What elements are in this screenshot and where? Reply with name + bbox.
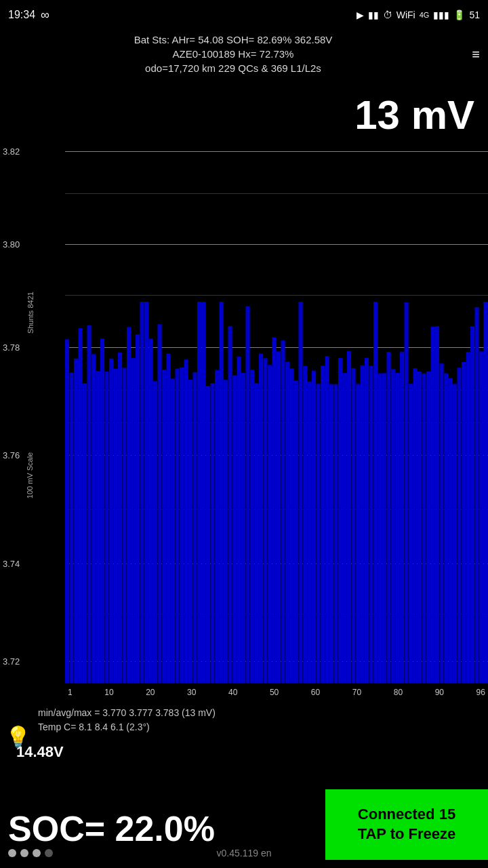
y-label-378: 3.78: [3, 342, 20, 353]
svg-rect-0: [65, 339, 69, 683]
x-label-10: 10: [104, 688, 113, 697]
svg-rect-34: [215, 370, 219, 683]
svg-rect-82: [426, 372, 430, 683]
soc-label: SOC= 22.0%: [8, 811, 325, 846]
svg-rect-27: [184, 359, 188, 683]
svg-rect-89: [458, 368, 462, 683]
y-label-372: 3.72: [3, 656, 20, 667]
bluetooth-icon: ▶: [357, 9, 364, 20]
y-label-382: 3.82: [3, 146, 20, 157]
svg-rect-65: [352, 368, 356, 683]
menu-icon[interactable]: ≡: [472, 45, 480, 64]
scale-label: 100 mV Scale: [26, 452, 34, 498]
svg-rect-72: [382, 373, 386, 683]
svg-rect-40: [241, 373, 245, 683]
svg-rect-39: [237, 357, 241, 683]
svg-rect-45: [264, 358, 268, 683]
svg-rect-20: [153, 381, 157, 683]
svg-rect-73: [387, 352, 391, 683]
svg-rect-37: [228, 326, 232, 683]
svg-rect-75: [396, 373, 400, 683]
svg-rect-67: [361, 366, 365, 683]
svg-rect-74: [391, 369, 395, 683]
clock-icon: ⏱: [383, 9, 392, 20]
x-label-96: 96: [476, 688, 485, 697]
svg-rect-4: [83, 383, 87, 683]
svg-rect-18: [144, 302, 148, 683]
lte-icon: 4G: [420, 11, 430, 19]
svg-rect-2: [74, 359, 78, 683]
svg-rect-83: [431, 327, 435, 683]
time-display: 19:34: [8, 9, 35, 21]
header-bar: Bat Sts: AHr= 54.08 SOH= 82.69% 362.58V …: [0, 30, 488, 78]
svg-rect-5: [87, 326, 92, 683]
network-icon: ▮▮▮: [433, 9, 449, 20]
svg-rect-55: [308, 382, 312, 683]
svg-rect-58: [321, 366, 325, 683]
svg-rect-50: [285, 361, 289, 683]
freeze-button[interactable]: Connected 15 TAP to Freeze: [325, 789, 488, 860]
svg-rect-62: [338, 358, 342, 683]
status-bar: 19:34 ∞ ▶ ▮▮ ⏱ WiFi 4G ▮▮▮ 🔋 51: [0, 0, 488, 30]
svg-rect-87: [449, 378, 453, 683]
svg-rect-56: [312, 370, 316, 683]
svg-rect-13: [123, 368, 127, 683]
svg-rect-95: [484, 302, 488, 683]
svg-rect-53: [299, 302, 303, 683]
bottom-info: min/avg/max = 3.770 3.777 3.783 (13 mV) …: [0, 702, 488, 737]
svg-rect-59: [325, 356, 329, 683]
x-label-80: 80: [394, 688, 403, 697]
y-label-380: 3.80: [3, 239, 20, 250]
dot-3: [33, 849, 41, 857]
header-line3: odo=17,720 km 229 QCs & 369 L1/L2s: [5, 61, 461, 75]
svg-rect-43: [255, 383, 259, 683]
svg-rect-61: [334, 384, 338, 683]
svg-rect-69: [369, 366, 373, 683]
svg-rect-10: [109, 359, 113, 683]
signal-icon: ▮▮: [368, 9, 379, 20]
svg-rect-7: [96, 371, 100, 683]
svg-rect-49: [281, 340, 285, 683]
svg-rect-81: [422, 374, 426, 683]
svg-rect-21: [158, 324, 162, 683]
freeze-line2: TAP to Freeze: [358, 825, 456, 844]
svg-rect-77: [405, 302, 409, 683]
svg-rect-93: [475, 307, 479, 683]
svg-rect-79: [413, 368, 418, 683]
svg-rect-84: [435, 326, 439, 683]
dot-4: [45, 849, 53, 857]
svg-rect-92: [470, 326, 474, 683]
x-label-70: 70: [352, 688, 361, 697]
svg-rect-11: [114, 369, 118, 683]
soc-dots: [8, 849, 325, 857]
svg-rect-70: [373, 302, 378, 683]
svg-rect-32: [206, 386, 210, 683]
battery-percent: 51: [469, 9, 480, 20]
x-axis: 1 10 20 30 40 50 60 70 80 90 96: [65, 683, 488, 702]
x-label-60: 60: [311, 688, 320, 697]
svg-rect-23: [167, 353, 171, 683]
x-label-1: 1: [68, 688, 73, 697]
svg-rect-78: [409, 384, 413, 683]
svg-rect-46: [268, 365, 272, 683]
svg-rect-44: [259, 354, 263, 683]
dot-1: [8, 849, 16, 857]
svg-rect-66: [356, 384, 360, 683]
min-avg-max: min/avg/max = 3.770 3.777 3.783 (13 mV): [38, 706, 488, 720]
svg-rect-51: [290, 368, 294, 683]
svg-rect-22: [162, 370, 166, 683]
svg-rect-54: [303, 366, 307, 683]
x-label-40: 40: [228, 688, 237, 697]
svg-rect-12: [118, 353, 122, 683]
svg-rect-91: [466, 352, 470, 683]
svg-rect-60: [329, 384, 333, 683]
svg-rect-19: [149, 338, 153, 683]
svg-rect-15: [131, 358, 136, 683]
chart-area: 13 mV Shunts 8421 100 mV Scale 3.82 3.80…: [0, 78, 488, 702]
svg-rect-47: [272, 338, 277, 683]
x-label-50: 50: [270, 688, 279, 697]
freeze-line1: Connected 15: [358, 805, 455, 825]
voltage-label: 14.48V: [16, 743, 333, 761]
svg-rect-80: [418, 372, 422, 683]
svg-rect-24: [171, 378, 175, 683]
